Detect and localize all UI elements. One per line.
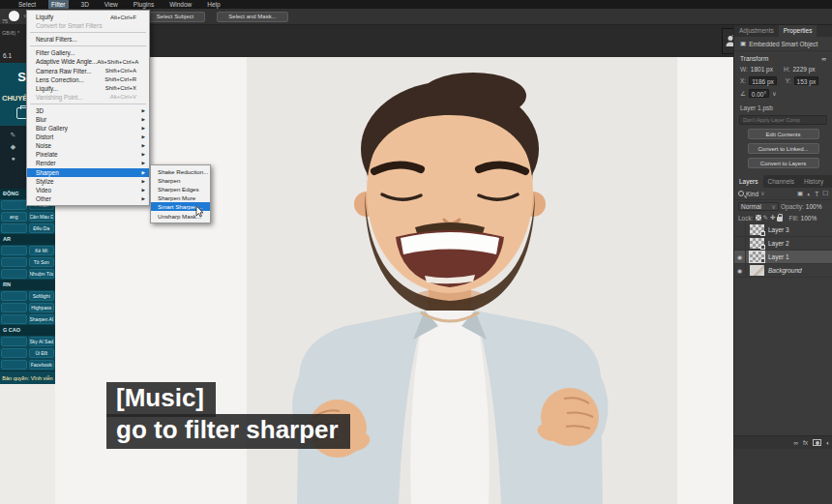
chevron-down-icon[interactable]: ∨ (760, 190, 765, 197)
menu-help[interactable]: Help (204, 0, 223, 9)
layer-thumbnail[interactable] (750, 224, 764, 235)
kind-dropdown[interactable]: Kind (746, 191, 758, 197)
layer-thumbnail[interactable] (750, 252, 764, 262)
layer-effects-icon[interactable]: fx (803, 439, 808, 446)
layer-name[interactable]: Layer 2 (768, 240, 789, 247)
menu-item-lens-correction[interactable]: Lens Correction...Shift+Ctrl+R (27, 75, 149, 84)
dot-tool-icon[interactable]: ● (11, 155, 15, 162)
action-button[interactable]: Cân Màu Da (29, 212, 55, 222)
submenu-item-sharpen-more[interactable]: Sharpen More (151, 193, 210, 202)
menu-item-sharpen[interactable]: Sharpen▶ (27, 168, 149, 177)
visibility-toggle[interactable]: ◉ (734, 251, 746, 264)
menu-item-noise[interactable]: Noise▶ (27, 141, 149, 150)
menu-item-other[interactable]: Other▶ (27, 194, 149, 203)
w-value[interactable]: 1801 px (751, 66, 773, 73)
layer-thumbnail[interactable] (750, 265, 764, 276)
type-filter-icon[interactable]: T (815, 191, 818, 197)
action-button[interactable]: Facebook (29, 360, 55, 370)
menu-plugins[interactable]: Plugins (131, 0, 157, 9)
action-button[interactable]: Kẻ Mí (29, 246, 55, 255)
menu-item-camera-raw[interactable]: Camera Raw Filter...Shift+Ctrl+A (27, 66, 149, 74)
layer-thumbnail[interactable] (750, 238, 764, 249)
brush-preview-icon[interactable] (9, 11, 19, 21)
action-button[interactable] (1, 246, 27, 255)
menu-item-filter-gallery[interactable]: Filter Gallery... (27, 48, 149, 57)
menu-item-blur[interactable]: Blur▶ (27, 115, 149, 124)
select-subject-button[interactable]: Select Subject (145, 12, 205, 22)
visibility-toggle[interactable]: ◉ (734, 264, 746, 278)
action-button[interactable]: Tô Son (29, 257, 55, 267)
menu-item-distort[interactable]: Distort▶ (27, 133, 149, 141)
transform-section-header[interactable]: Transform ∞ (734, 51, 832, 64)
layer-row[interactable]: ◉ Background (734, 264, 832, 278)
layer-name[interactable]: Background (768, 267, 802, 274)
angle-field[interactable]: 0.00° (749, 89, 769, 98)
opacity-value[interactable]: 100% (806, 203, 822, 210)
menu-item-render[interactable]: Render▶ (27, 159, 149, 167)
visibility-toggle[interactable] (734, 237, 746, 251)
menu-item-liquify-top[interactable]: LiquifyAlt+Ctrl+F (27, 13, 149, 21)
lock-brush-icon[interactable]: ✎ (763, 214, 768, 222)
link-layers-icon[interactable]: ∞ (793, 439, 798, 446)
tab-adjustments[interactable]: Adjustments (734, 24, 779, 37)
image-filter-icon[interactable]: ▣ (797, 190, 803, 197)
action-button[interactable]: Sky AI Sadesign (29, 337, 55, 346)
action-button[interactable] (1, 200, 27, 210)
menu-item-3d[interactable]: 3D▶ (27, 106, 149, 115)
action-button[interactable]: Highpass (29, 303, 55, 312)
adjustment-layer-icon[interactable]: ◐ (826, 439, 830, 446)
action-button[interactable] (1, 337, 27, 346)
menu-item-video[interactable]: Video▶ (27, 186, 149, 194)
submenu-item-shake-reduction[interactable]: Shake Reduction... (151, 167, 210, 176)
tab-layers[interactable]: Layers (734, 175, 763, 188)
chevron-down-icon[interactable]: ∨ (772, 90, 777, 98)
menu-filter[interactable]: Filter (48, 0, 68, 9)
action-button[interactable]: Sharpen AI (29, 314, 55, 324)
adjustment-filter-icon[interactable]: ◐ (807, 191, 811, 197)
action-button[interactable]: Ủi Đồ (29, 348, 55, 358)
menu-window[interactable]: Window (166, 0, 194, 9)
menu-item-adaptive-wide-angle[interactable]: Adaptive Wide Angle...Alt+Shift+Ctrl+A (27, 57, 149, 66)
action-button[interactable] (1, 257, 27, 267)
edit-contents-button[interactable]: Edit Contents (748, 129, 819, 139)
menu-item-blur-gallery[interactable]: Blur Gallery▶ (27, 124, 149, 133)
menu-select[interactable]: Select (15, 0, 39, 9)
layer-row-selected[interactable]: ◉ Layer 1 (734, 251, 832, 264)
action-button[interactable]: Softlight (29, 291, 55, 301)
h-value[interactable]: 2229 px (792, 66, 815, 73)
y-value-field[interactable]: 153 px (794, 76, 819, 85)
convert-to-layers-button[interactable]: Convert to Layers (748, 158, 819, 168)
menu-3d[interactable]: 3D (78, 0, 92, 9)
tab-channels[interactable]: Channels (763, 175, 799, 188)
action-button[interactable] (1, 348, 27, 358)
convert-to-linked-button[interactable]: Convert to Linked... (748, 143, 819, 154)
submenu-item-sharpen[interactable]: Sharpen (151, 176, 210, 185)
action-button[interactable]: Nhuộm Tóc (29, 269, 55, 279)
layer-name[interactable]: Layer 3 (768, 226, 789, 233)
lock-all-icon[interactable] (777, 217, 783, 222)
menu-item-pixelate[interactable]: Pixelate▶ (27, 150, 149, 159)
layer-row[interactable]: Layer 2 (734, 237, 832, 251)
action-button[interactable] (1, 269, 27, 279)
action-button[interactable]: ang (1, 212, 27, 222)
action-button[interactable] (1, 223, 27, 233)
lock-move-icon[interactable]: ✚ (770, 214, 775, 222)
action-button[interactable] (1, 303, 27, 312)
menu-view[interactable]: View (102, 0, 121, 9)
document-tab-fragment[interactable]: GB/8) * (2, 30, 19, 36)
action-button[interactable] (1, 314, 27, 324)
visibility-toggle[interactable] (734, 223, 746, 237)
add-mask-icon[interactable] (813, 439, 821, 446)
layer-row[interactable]: Layer 3 (734, 223, 832, 237)
tab-history[interactable]: History (799, 175, 828, 188)
layer-name[interactable]: Layer 1 (768, 253, 789, 260)
pencil-tool-icon[interactable]: ✎ (11, 132, 16, 139)
frame-filter-icon[interactable]: ☐ (822, 190, 828, 197)
blend-mode-select[interactable]: Normal ∨ (738, 202, 779, 211)
x-value-field[interactable]: 1186 px (749, 76, 777, 85)
layer-comp-dropdown[interactable]: Don't Apply Layer Comp (739, 115, 827, 125)
menu-item-liquify[interactable]: Liquify...Shift+Ctrl+X (27, 84, 149, 93)
tab-properties[interactable]: Properties (779, 24, 817, 37)
menu-item-neural-filters[interactable]: Neural Filters... (27, 35, 149, 44)
menu-item-stylize[interactable]: Stylize▶ (27, 177, 149, 186)
